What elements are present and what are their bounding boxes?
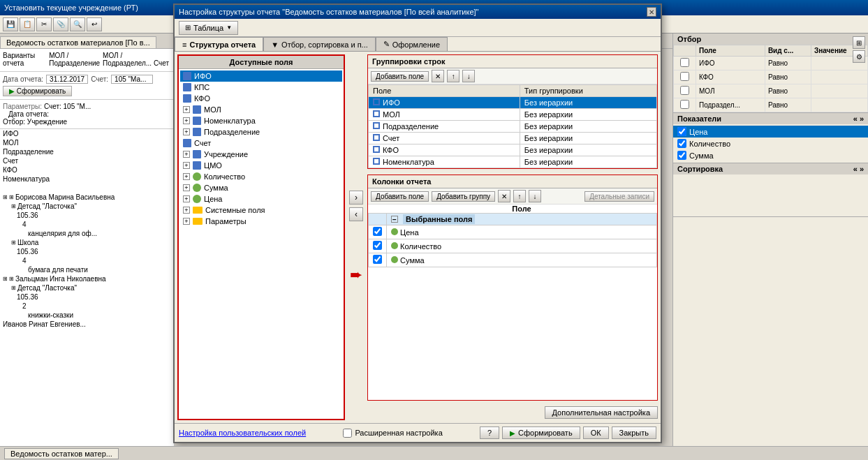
tabs-row: ≡ Структура отчета ▼ Отбор, сортировка и… [175,37,661,52]
tab-filter[interactable]: ▼ Отбор, сортировка и п... [263,37,376,51]
field-params-expand[interactable]: + [183,218,190,225]
table-mode-btn[interactable]: ⊞ Таблица ▼ [179,21,238,35]
columns-detail-btn[interactable]: Детальные записи [584,191,654,202]
modal-main-content: Доступные поля ИФО КПС [175,52,661,423]
field-kps[interactable]: КПС [180,82,342,93]
statusbar-report-item[interactable]: Ведомость остатков матер... [4,448,119,459]
groupings-title: Группировки строк [368,55,657,68]
col-qty-cb[interactable] [373,241,382,250]
field-sum[interactable]: + Сумма [180,182,342,193]
field-params[interactable]: + Параметры [180,216,342,227]
field-ifo-icon [183,72,191,80]
col-price-cb[interactable] [373,227,382,236]
grouping-sub-icon [373,122,380,129]
modal-close-btn[interactable]: ✕ [647,7,656,17]
field-price-icon [193,195,201,203]
groupings-section: Группировки строк Добавить поле ✕ ↑ ↓ [367,54,658,169]
field-mol-icon [193,105,201,114]
grouping-row-acct[interactable]: Счет Без иерархии [369,133,657,144]
groupings-col-field: Поле [369,85,520,97]
field-cmo-expand[interactable]: + [183,162,190,169]
modal-overlay: Настройка структуры отчета "Ведомость ос… [0,0,868,460]
close-btn[interactable]: Закрыть [612,426,656,439]
grouping-nom-icon [373,158,380,165]
field-cmo-icon [193,161,201,170]
grouping-row-ifo[interactable]: ИФО Без иерархии [369,97,657,109]
columns-add-field-btn[interactable]: Добавить поле [371,191,429,202]
tab-structure[interactable]: ≡ Структура отчета [175,37,263,51]
custom-fields-link[interactable]: Настройка пользовательских полей [179,429,306,437]
grouping-row-kfo[interactable]: КФО Без иерархии [369,144,657,156]
groupings-toolbar: Добавить поле ✕ ↑ ↓ [368,68,657,84]
field-price[interactable]: + Цена [180,193,342,205]
columns-section: Колонки отчета Добавить поле Добавить гр… [367,175,658,401]
modal-toolbar: ⊞ Таблица ▼ [175,19,661,37]
field-quantity[interactable]: + Количество [180,171,342,182]
field-price-expand[interactable]: + [183,195,190,202]
grouping-row-mol[interactable]: МОЛ Без иерархии [369,109,657,121]
groupings-delete-btn[interactable]: ✕ [432,70,444,82]
groupings-up-btn[interactable]: ↑ [447,70,459,82]
tab-design[interactable]: ✎ Оформление [376,37,448,51]
bottom-right: ? ▶ Сформировать ОК Закрыть [480,426,656,439]
grouping-row-nom[interactable]: Номенклатура Без иерархии [369,156,657,168]
tab-design-icon: ✎ [383,40,390,49]
grouping-mol-icon [373,110,380,117]
col-item-price[interactable]: Цена [369,225,657,239]
field-sys-expand[interactable]: + [183,207,190,214]
col-item-qty[interactable]: Количество [369,239,657,253]
field-sub-icon [193,128,201,136]
col-group-minus-icon[interactable]: − [391,216,398,223]
field-acct-icon [183,139,191,147]
extended-settings-label[interactable]: Расширенная настройка [343,429,442,438]
field-ifo[interactable]: ИФО [180,71,342,82]
extended-settings-cb[interactable] [343,429,352,438]
groupings-down-btn[interactable]: ↓ [462,70,475,82]
field-sub-expand[interactable]: + [183,128,190,135]
col-group-label: Выбранные поля [403,214,475,224]
arrow-left-btn[interactable]: ‹ [349,207,363,221]
columns-up-btn[interactable]: ↑ [513,190,526,202]
columns-title: Колонки отчета [368,175,657,188]
columns-add-group-btn[interactable]: Добавить группу [432,191,495,202]
col-group-selected: − Выбранные поля [369,214,657,225]
groupings-col-type: Тип группировки [520,85,656,97]
modal-bottom: Настройка пользовательских полей Расшире… [175,423,661,442]
ok-btn[interactable]: ОК [583,426,609,439]
columns-delete-btn[interactable]: ✕ [498,190,510,202]
columns-table: Поле − Выбранные поля [368,205,657,267]
modal-dialog: Настройка структуры отчета "Ведомость ос… [173,3,662,443]
field-subdivision[interactable]: + Подразделение [180,126,342,138]
field-institution[interactable]: + Учреждение [180,149,342,160]
col-item-sum[interactable]: Сумма [369,253,657,267]
form-btn[interactable]: ▶ Сформировать [502,426,580,439]
field-sum-expand[interactable]: + [183,184,190,191]
help-btn[interactable]: ? [480,426,499,439]
field-kfo[interactable]: КФО [180,93,342,104]
additional-settings-btn[interactable]: Дополнительная настройка [545,406,658,419]
col-header-cb [369,205,387,214]
form-play-icon: ▶ [510,429,515,437]
columns-down-btn[interactable]: ↓ [529,190,541,202]
field-cmo[interactable]: + ЦМО [180,160,342,171]
col-qty-icon [391,242,398,249]
grouping-row-sub[interactable]: Подразделение Без иерархии [369,121,657,133]
field-inst-expand[interactable]: + [183,151,190,158]
col-sum-cb[interactable] [373,255,382,264]
field-mol[interactable]: + МОЛ [180,104,342,115]
main-window: Установить текущее учреждение (РТ) 💾 📋 ✂… [0,0,868,460]
arrow-right-btn[interactable]: › [349,191,363,205]
field-nom-icon [193,117,201,125]
tab-structure-icon: ≡ [182,40,186,49]
field-sys-icon [193,207,203,214]
field-account[interactable]: Счет [180,138,342,149]
field-nom-expand[interactable]: + [183,117,190,124]
available-fields-title: Доступные поля [179,56,344,69]
field-mol-expand[interactable]: + [183,106,190,113]
field-sys-fields[interactable]: + Системные поля [180,205,342,216]
field-list[interactable]: ИФО КПС КФО + [179,69,344,419]
groupings-add-btn[interactable]: Добавить поле [371,71,429,82]
field-qty-expand[interactable]: + [183,173,190,180]
field-nomenclature[interactable]: + Номенклатура [180,115,342,126]
statusbar: Ведомость остатков матер... [0,446,868,460]
